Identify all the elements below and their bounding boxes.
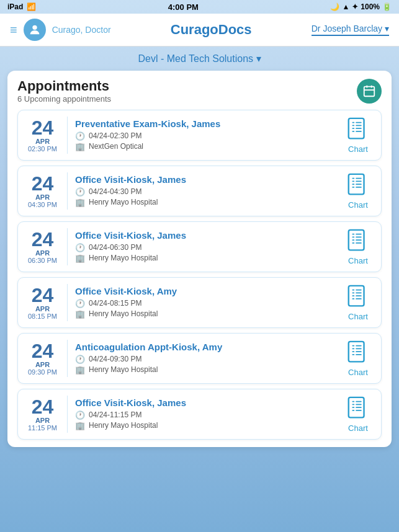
chart-icon <box>347 173 369 199</box>
appt-date-time: 02:30 PM <box>25 145 60 153</box>
svg-rect-58 <box>356 409 362 410</box>
appt-date-month: APR <box>25 417 60 424</box>
chart-icon <box>347 396 369 422</box>
appointments-header-text: Appointments 6 Upcoming appointments <box>17 78 111 104</box>
calendar-button[interactable] <box>357 79 382 104</box>
appt-time-value: 04/24-11:15 PM <box>89 410 141 419</box>
appt-date-2: 24 APR 06:30 PM <box>25 229 60 264</box>
nav-user-label: Curago, Doctor <box>52 25 111 35</box>
chart-icon <box>347 229 369 255</box>
svg-rect-12 <box>352 130 354 131</box>
appt-divider <box>67 117 68 154</box>
svg-rect-25 <box>356 233 362 234</box>
svg-rect-40 <box>356 298 362 299</box>
appt-location-meta: 🏢 Henry Mayo Hospital <box>75 309 335 319</box>
appointments-header: Appointments 6 Upcoming appointments <box>17 78 382 104</box>
appt-location-meta: 🏢 Henry Mayo Hospital <box>75 365 335 375</box>
svg-rect-34 <box>356 289 362 290</box>
chart-button-0[interactable]: Chart <box>343 117 374 154</box>
appt-name: Office Visit-Kiosk, James <box>75 397 335 408</box>
sub-header[interactable]: Devl - Med Tech Solutions ▾ <box>0 47 399 71</box>
appt-time-meta: 🕐 04/24-02:30 PM <box>75 131 335 141</box>
svg-rect-13 <box>356 130 362 131</box>
svg-rect-33 <box>352 289 354 290</box>
appointment-item[interactable]: 24 APR 04:30 PM Office Visit-Kiosk, Jame… <box>17 166 382 216</box>
appointment-item[interactable]: 24 APR 09:30 PM Anticoagulation Appt-Kio… <box>17 333 382 384</box>
chart-icon <box>347 117 369 143</box>
svg-rect-51 <box>352 401 354 402</box>
svg-rect-7 <box>356 122 362 123</box>
appt-time-meta: 🕐 04/24-09:30 PM <box>75 355 335 364</box>
chart-button-3[interactable]: Chart <box>343 285 374 321</box>
svg-rect-27 <box>356 236 362 237</box>
appt-details-0: Preventative Exam-Kiosk, James 🕐 04/24-0… <box>75 118 335 153</box>
chart-icon <box>347 340 369 366</box>
appt-divider <box>67 396 68 433</box>
doctor-dropdown[interactable]: Dr Joseph Barclay ▾ <box>312 24 389 36</box>
organization-label: Devl - Med Tech Solutions <box>138 53 253 64</box>
building-icon: 🏢 <box>75 365 85 375</box>
nav-bar: ≡ Curago, Doctor CuragoDocs Dr Joseph Ba… <box>0 14 399 47</box>
appointment-item[interactable]: 24 APR 06:30 PM Office Visit-Kiosk, Jame… <box>17 221 382 272</box>
appt-time-meta: 🕐 04/24-04:30 PM <box>75 187 335 197</box>
svg-rect-37 <box>352 295 354 296</box>
appointments-section: Appointments 6 Upcoming appointments 24 … <box>7 71 392 447</box>
appt-date-month: APR <box>25 249 60 257</box>
device-label: iPad <box>7 2 23 11</box>
clock-icon: 🕐 <box>75 131 85 141</box>
building-icon: 🏢 <box>75 198 85 207</box>
appt-location-value: Henry Mayo Hospital <box>89 365 158 374</box>
appt-date-time: 06:30 PM <box>25 257 60 264</box>
chart-button-4[interactable]: Chart <box>343 340 374 377</box>
appt-date-num: 24 <box>25 174 60 193</box>
appt-divider <box>67 228 68 265</box>
appt-location-value: Henry Mayo Hospital <box>89 421 158 430</box>
svg-rect-17 <box>352 180 354 182</box>
appt-date-time: 11:15 PM <box>25 424 60 432</box>
svg-rect-26 <box>352 236 354 237</box>
appt-divider <box>67 340 68 377</box>
chart-button-2[interactable]: Chart <box>343 229 374 265</box>
appt-details-3: Office Visit-Kiosk, Amy 🕐 04/24-08:15 PM… <box>75 286 335 320</box>
svg-rect-22 <box>356 186 362 187</box>
hamburger-button[interactable]: ≡ <box>10 23 17 37</box>
svg-rect-52 <box>356 401 362 402</box>
svg-rect-10 <box>352 128 354 129</box>
appt-details-2: Office Visit-Kiosk, James 🕐 04/24-06:30 … <box>75 230 335 264</box>
appointments-title: Appointments <box>17 78 111 94</box>
appt-time-value: 04/24-04:30 PM <box>89 187 141 196</box>
chart-label: Chart <box>348 368 368 377</box>
appointments-subtitle: 6 Upcoming appointments <box>17 94 111 104</box>
appt-date-num: 24 <box>25 118 60 138</box>
svg-rect-18 <box>356 180 362 182</box>
nav-left: ≡ Curago, Doctor <box>10 19 111 41</box>
appointment-item[interactable]: 24 APR 02:30 PM Preventative Exam-Kiosk,… <box>17 110 382 161</box>
svg-rect-53 <box>352 404 354 405</box>
appt-time-meta: 🕐 04/24-11:15 PM <box>75 410 335 420</box>
chart-button-1[interactable]: Chart <box>343 173 374 210</box>
svg-rect-19 <box>352 184 354 185</box>
status-time: 4:00 PM <box>168 2 199 12</box>
svg-rect-49 <box>356 353 362 355</box>
svg-rect-1 <box>364 86 375 96</box>
appt-details-5: Office Visit-Kiosk, James 🕐 04/24-11:15 … <box>75 397 335 432</box>
battery-icon: 🔋 <box>382 2 392 11</box>
doctor-dropdown-arrow: ▾ <box>385 24 389 33</box>
appointment-item[interactable]: 24 APR 11:15 PM Office Visit-Kiosk, Jame… <box>17 389 382 440</box>
battery-label: 100% <box>361 2 380 11</box>
chart-icon <box>347 285 369 311</box>
svg-rect-45 <box>356 348 362 349</box>
appt-date-3: 24 APR 08:15 PM <box>25 285 60 320</box>
appt-name: Office Visit-Kiosk, James <box>75 230 335 241</box>
appt-location-meta: 🏢 Henry Mayo Hospital <box>75 254 335 263</box>
svg-rect-28 <box>352 239 354 241</box>
status-bar: iPad 📶 4:00 PM 🌙 ▲ ✦ 100% 🔋 <box>0 0 399 14</box>
chart-button-5[interactable]: Chart <box>343 396 374 433</box>
svg-rect-57 <box>352 409 354 410</box>
svg-rect-8 <box>352 125 354 126</box>
clock-icon: 🕐 <box>75 243 85 252</box>
appt-location-meta: 🏢 Henry Mayo Hospital <box>75 421 335 430</box>
appt-date-time: 04:30 PM <box>25 201 60 208</box>
appointment-item[interactable]: 24 APR 08:15 PM Office Visit-Kiosk, Amy … <box>17 277 382 328</box>
svg-rect-6 <box>352 122 354 123</box>
